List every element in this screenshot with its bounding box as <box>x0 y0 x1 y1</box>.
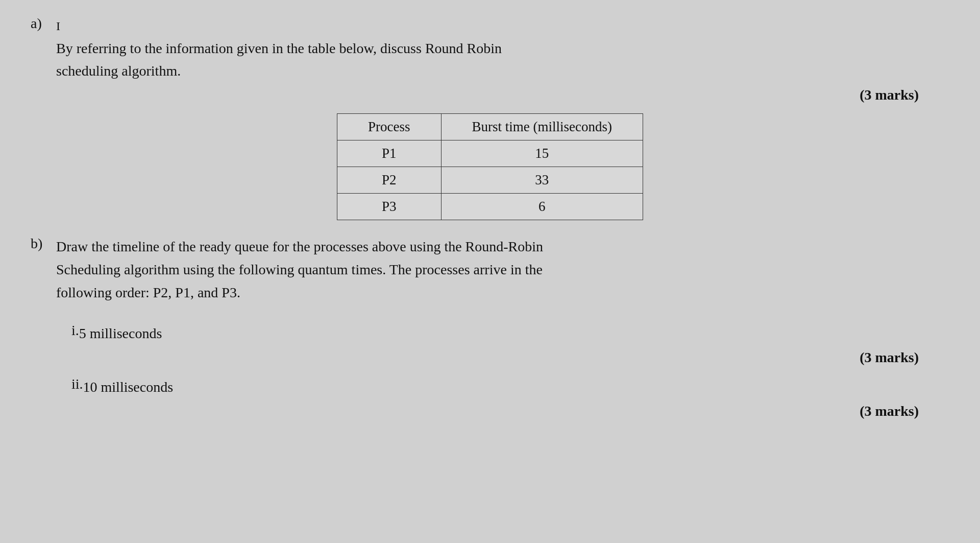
sub-i-label: i. <box>31 322 79 339</box>
sub-question-ii-block: ii. 10 milliseconds (3 marks) <box>31 376 949 419</box>
cursor-symbol: I <box>56 19 60 33</box>
table-header-process: Process <box>337 114 442 140</box>
part-a-marks: (3 marks) <box>31 87 919 103</box>
sub-i-text: 5 milliseconds <box>79 322 949 344</box>
sub-question-i-block: i. 5 milliseconds (3 marks) <box>31 322 949 366</box>
table-cell-p2-burst: 33 <box>441 167 643 194</box>
process-table-container: Process Burst time (milliseconds) P1 15 … <box>31 113 949 220</box>
table-row: P3 6 <box>337 194 643 220</box>
table-row: P1 15 <box>337 140 643 167</box>
sub-i-marks: (3 marks) <box>31 349 919 366</box>
part-a-text-line2: scheduling algorithm. <box>56 63 181 79</box>
table-cell-p3-burst: 6 <box>441 194 643 220</box>
part-b-text-line3: following order: P2, P1, and P3. <box>56 285 240 300</box>
table-header-burst: Burst time (milliseconds) <box>441 114 643 140</box>
process-table: Process Burst time (milliseconds) P1 15 … <box>337 113 643 220</box>
sub-ii-text: 10 milliseconds <box>83 376 949 398</box>
table-header-row: Process Burst time (milliseconds) <box>337 114 643 140</box>
sub-ii-marks: (3 marks) <box>31 403 919 419</box>
part-a-text: I By referring to the information given … <box>56 15 949 82</box>
part-a-block: a) I By referring to the information giv… <box>31 15 949 220</box>
sub-question-ii: ii. 10 milliseconds <box>31 376 949 398</box>
sub-question-i: i. 5 milliseconds <box>31 322 949 344</box>
part-b-block: b) Draw the timeline of the ready queue … <box>31 235 949 419</box>
sub-ii-label: ii. <box>31 376 83 392</box>
table-cell-p2-name: P2 <box>337 167 442 194</box>
part-b-text-line2: Scheduling algorithm using the following… <box>56 262 543 277</box>
part-b-label: b) <box>31 235 51 252</box>
part-a-question: a) I By referring to the information giv… <box>31 15 949 82</box>
table-cell-p3-name: P3 <box>337 194 442 220</box>
part-b-text-line1: Draw the timeline of the ready queue for… <box>56 239 543 254</box>
part-b-question: b) Draw the timeline of the ready queue … <box>31 235 949 304</box>
table-cell-p1-burst: 15 <box>441 140 643 167</box>
table-cell-p1-name: P1 <box>337 140 442 167</box>
part-b-text: Draw the timeline of the ready queue for… <box>56 235 949 304</box>
table-row: P2 33 <box>337 167 643 194</box>
part-a-text-line1: By referring to the information given in… <box>56 40 502 56</box>
part-a-label: a) <box>31 15 51 32</box>
